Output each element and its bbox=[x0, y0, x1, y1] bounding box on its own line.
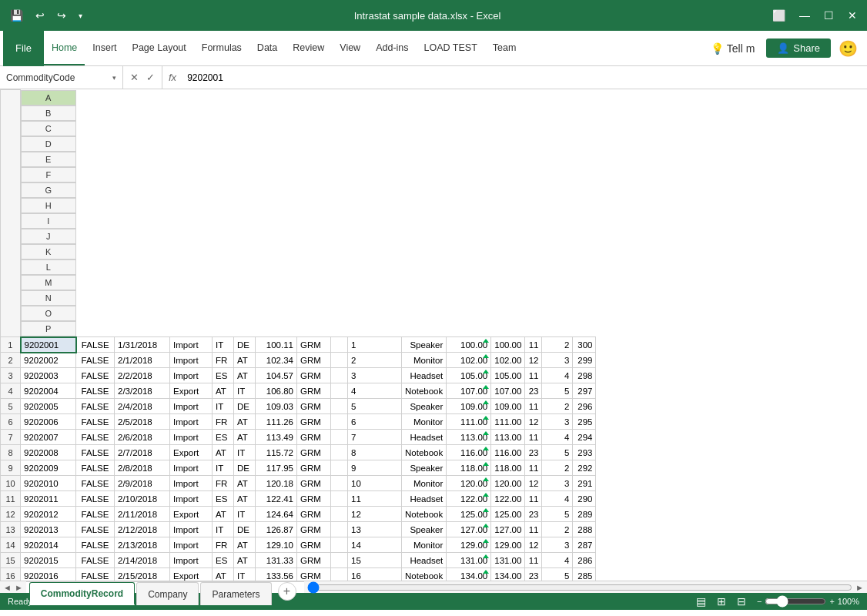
close-button[interactable]: ✕ bbox=[844, 8, 861, 23]
cancel-formula-button[interactable]: ✕ bbox=[128, 72, 141, 83]
cell[interactable]: Import bbox=[170, 553, 213, 568]
cell[interactable]: ES bbox=[213, 491, 234, 507]
cell[interactable]: 2/14/2018 bbox=[115, 553, 170, 568]
cell[interactable]: GRM bbox=[297, 353, 331, 368]
tab-insert[interactable]: Insert bbox=[85, 31, 124, 65]
cell[interactable]: 9202012 bbox=[21, 507, 76, 522]
cell[interactable]: 15 bbox=[348, 553, 402, 568]
cell[interactable]: 294 bbox=[573, 430, 596, 445]
cell[interactable]: FR bbox=[213, 476, 234, 491]
cell[interactable]: Import bbox=[170, 522, 213, 537]
cell[interactable]: 3 bbox=[542, 537, 573, 553]
cell[interactable]: Import bbox=[170, 414, 213, 430]
col-header-g[interactable]: G bbox=[21, 182, 76, 198]
cell[interactable]: 12 bbox=[348, 507, 402, 522]
cell[interactable]: 9202016 bbox=[21, 568, 76, 581]
cell[interactable]: 4 bbox=[348, 383, 402, 399]
cell[interactable]: 12 bbox=[525, 353, 542, 368]
name-box[interactable]: CommodityCode ▾ bbox=[0, 66, 123, 89]
cell[interactable]: 7 bbox=[348, 430, 402, 445]
cell[interactable]: Import bbox=[170, 353, 213, 368]
col-header-c[interactable]: C bbox=[21, 121, 76, 136]
cell[interactable]: 6 bbox=[348, 414, 402, 430]
col-header-n[interactable]: N bbox=[21, 290, 76, 306]
cell[interactable]: GRM bbox=[297, 337, 331, 353]
cell[interactable]: 9202010 bbox=[21, 476, 76, 491]
cell[interactable]: Notebook bbox=[402, 383, 447, 399]
cell[interactable]: 23 bbox=[525, 445, 542, 460]
cell[interactable]: 111.26 bbox=[256, 414, 297, 430]
cell[interactable]: 9202009 bbox=[21, 460, 76, 476]
cell[interactable]: IT bbox=[213, 337, 234, 353]
cell[interactable]: Export bbox=[170, 383, 213, 399]
cell[interactable]: Import bbox=[170, 430, 213, 445]
cell[interactable]: FALSE bbox=[76, 399, 115, 414]
cell[interactable]: 2/4/2018 bbox=[115, 399, 170, 414]
cell[interactable]: FR bbox=[213, 414, 234, 430]
cell[interactable]: Notebook bbox=[402, 445, 447, 460]
normal-view-button[interactable]: ▤ bbox=[696, 595, 706, 608]
cell[interactable]: 113.00 bbox=[491, 430, 525, 445]
cell[interactable]: 296 bbox=[573, 399, 596, 414]
quick-access-dropdown[interactable]: ▾ bbox=[75, 10, 86, 22]
cell[interactable]: 113.49 bbox=[256, 430, 297, 445]
cell[interactable]: ES bbox=[213, 430, 234, 445]
cell[interactable]: 125.00 bbox=[447, 507, 491, 522]
tab-view[interactable]: View bbox=[332, 31, 368, 65]
cell[interactable]: Monitor bbox=[402, 476, 447, 491]
zoom-out-icon[interactable]: − bbox=[757, 597, 762, 606]
cell[interactable]: FALSE bbox=[76, 353, 115, 368]
horizontal-scroll-slider[interactable] bbox=[307, 584, 853, 591]
cell[interactable]: 9202013 bbox=[21, 522, 76, 537]
cell[interactable]: 129.00 bbox=[491, 537, 525, 553]
col-header-b[interactable]: B bbox=[21, 105, 76, 121]
scroll-right-icon[interactable]: ► bbox=[15, 583, 23, 592]
cell[interactable]: 9202015 bbox=[21, 553, 76, 568]
cell[interactable]: 2 bbox=[542, 522, 573, 537]
cell[interactable] bbox=[331, 537, 348, 553]
cell[interactable] bbox=[331, 430, 348, 445]
cell[interactable]: 1 bbox=[348, 337, 402, 353]
cell[interactable]: 2 bbox=[542, 337, 573, 353]
cell[interactable]: 116.00 bbox=[491, 445, 525, 460]
cell[interactable]: AT bbox=[234, 414, 256, 430]
cell[interactable]: FALSE bbox=[76, 507, 115, 522]
cell[interactable]: 102.34 bbox=[256, 353, 297, 368]
cell[interactable]: Headset bbox=[402, 430, 447, 445]
cell[interactable]: DE bbox=[234, 460, 256, 476]
cell[interactable]: 122.41 bbox=[256, 491, 297, 507]
cell[interactable]: 289 bbox=[573, 507, 596, 522]
cell[interactable]: 129.10 bbox=[256, 537, 297, 553]
cell[interactable] bbox=[331, 337, 348, 353]
tab-page-layout[interactable]: Page Layout bbox=[125, 31, 194, 65]
cell[interactable]: IT bbox=[213, 460, 234, 476]
cell[interactable]: 5 bbox=[542, 568, 573, 581]
cell[interactable]: FALSE bbox=[76, 522, 115, 537]
cell[interactable]: 23 bbox=[525, 507, 542, 522]
cell[interactable]: 2/2/2018 bbox=[115, 368, 170, 383]
cell[interactable]: 118.00 bbox=[447, 460, 491, 476]
cell[interactable]: IT bbox=[213, 399, 234, 414]
minimize-button[interactable]: — bbox=[795, 8, 814, 23]
cell[interactable] bbox=[331, 399, 348, 414]
cell[interactable]: FALSE bbox=[76, 383, 115, 399]
formula-input[interactable] bbox=[182, 72, 867, 83]
cell[interactable]: 2 bbox=[542, 399, 573, 414]
cell[interactable]: FALSE bbox=[76, 491, 115, 507]
cell[interactable]: Headset bbox=[402, 491, 447, 507]
cell[interactable]: Speaker bbox=[402, 337, 447, 353]
cell[interactable]: 13 bbox=[348, 522, 402, 537]
table-wrapper[interactable]: A B C D E F G H I J K L M N O P bbox=[0, 89, 867, 581]
col-header-o[interactable]: O bbox=[21, 306, 76, 321]
cell[interactable]: 129.00 bbox=[447, 537, 491, 553]
restore-button[interactable]: ⬜ bbox=[768, 8, 789, 23]
cell[interactable]: IT bbox=[234, 568, 256, 581]
cell[interactable] bbox=[331, 460, 348, 476]
cell[interactable]: Export bbox=[170, 507, 213, 522]
cell[interactable]: 122.00 bbox=[447, 491, 491, 507]
col-header-a[interactable]: A bbox=[21, 90, 76, 105]
cell[interactable]: 126.87 bbox=[256, 522, 297, 537]
cell[interactable]: FALSE bbox=[76, 553, 115, 568]
col-header-d[interactable]: D bbox=[21, 136, 76, 152]
cell[interactable]: 297 bbox=[573, 383, 596, 399]
